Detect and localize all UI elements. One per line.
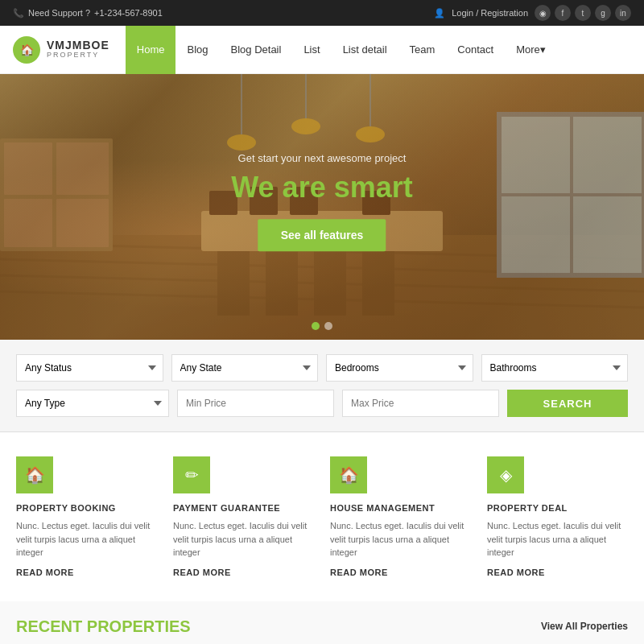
phone-number: +1-234-567-8901 [94, 8, 163, 18]
hero-title-highlight: smart [334, 171, 413, 204]
bathrooms-select[interactable]: Bathrooms [481, 354, 629, 382]
svg-point-26 [291, 118, 320, 134]
bedrooms-select[interactable]: Bedrooms [326, 354, 473, 382]
nav-contact[interactable]: Contact [446, 26, 505, 74]
googleplus-icon[interactable]: g [595, 5, 611, 21]
facebook-icon[interactable]: f [555, 5, 571, 21]
feature-title-2: PAYMENT GUARANTEE [173, 503, 314, 513]
hero-dot-1[interactable] [312, 322, 320, 330]
logo-sub: PROPERTY [47, 52, 109, 60]
status-select[interactable]: Any Status [16, 354, 163, 382]
social-links: ◉ f t g in [535, 5, 631, 21]
rss-icon[interactable]: ◉ [535, 5, 551, 21]
svg-rect-13 [314, 251, 346, 316]
svg-rect-14 [362, 251, 394, 316]
hero-title-plain: We are [231, 171, 333, 204]
logo-text: VMJMBOE PROPERTY [47, 39, 109, 60]
feature-link-3[interactable]: READ MORE [330, 568, 471, 577]
features-section: 🏠 PROPERTY BOOKING Nunc. Lectus eget. Ia… [0, 432, 644, 601]
hero-title: We are smart [231, 171, 412, 204]
linkedin-icon[interactable]: in [615, 5, 631, 21]
svg-point-24 [227, 134, 256, 151]
feature-title-1: PROPERTY BOOKING [16, 503, 157, 513]
search-row-1: Any Status Any State Bedrooms Bathrooms [16, 354, 628, 382]
deal-icon: ◈ [500, 465, 512, 485]
feature-property-deal: ◈ PROPERTY DEAL Nunc. Lectus eget. Iacul… [487, 456, 628, 577]
user-icon: 👤 [434, 8, 445, 19]
state-select[interactable]: Any State [171, 354, 319, 382]
feature-title-4: PROPERTY DEAL [487, 503, 628, 513]
hero-content: Get start your next awesome project We a… [231, 152, 412, 251]
svg-rect-11 [217, 251, 250, 316]
home-icon-1: 🏠 [25, 465, 45, 485]
logo-icon: 🏠 [13, 36, 40, 64]
home-icon-2: 🏠 [339, 465, 359, 485]
topbar: 📞 Need Support ? +1-234-567-8901 👤 Login… [0, 0, 644, 26]
nav-more[interactable]: More▾ [505, 26, 557, 74]
feature-link-2[interactable]: READ MORE [173, 568, 314, 577]
feature-icon-box-3: 🏠 [330, 456, 367, 493]
svg-rect-6 [4, 142, 52, 195]
svg-rect-12 [266, 251, 298, 316]
view-all-link[interactable]: View All Properties [541, 621, 628, 632]
feature-text-2: Nunc. Lectus eget. Iaculis dui velit vel… [173, 519, 314, 559]
feature-icon-box-4: ◈ [487, 456, 524, 493]
svg-point-28 [356, 126, 385, 142]
feature-link-1[interactable]: READ MORE [16, 568, 157, 577]
feature-house-management: 🏠 HOUSE MANAGEMENT Nunc. Lectus eget. Ia… [330, 456, 471, 577]
hero-dot-2[interactable] [324, 322, 332, 330]
feature-text-3: Nunc. Lectus eget. Iaculis dui velit vel… [330, 519, 471, 559]
nav-team[interactable]: Team [398, 26, 447, 74]
topbar-right: 👤 Login / Registration ◉ f t g in [434, 5, 631, 21]
logo-name: VMJMBOE [47, 39, 109, 52]
recent-title: RECENT PROPERTIES [16, 617, 191, 636]
search-section: Any Status Any State Bedrooms Bathrooms … [0, 340, 644, 432]
feature-link-4[interactable]: READ MORE [487, 568, 628, 577]
feature-icon-box-2: ✏ [173, 456, 210, 493]
recent-title-plain: RECENT [16, 617, 87, 635]
feature-title-3: HOUSE MANAGEMENT [330, 503, 471, 513]
recent-header: RECENT PROPERTIES View All Properties [16, 617, 628, 636]
feature-text-1: Nunc. Lectus eget. Iaculis dui velit vel… [16, 519, 157, 559]
feature-icon-box-1: 🏠 [16, 456, 53, 493]
svg-rect-7 [56, 142, 109, 195]
topbar-left: 📞 Need Support ? +1-234-567-8901 [13, 8, 163, 19]
pencil-icon: ✏ [185, 465, 199, 485]
svg-rect-9 [56, 199, 109, 247]
twitter-icon[interactable]: t [575, 5, 591, 21]
recent-properties-section: RECENT PROPERTIES View All Properties [0, 601, 644, 645]
header: 🏠 VMJMBOE PROPERTY Home Blog Blog Detail… [0, 26, 644, 74]
nav-list[interactable]: List [292, 26, 331, 74]
features-grid: 🏠 PROPERTY BOOKING Nunc. Lectus eget. Ia… [16, 456, 628, 577]
recent-title-highlight: PROPERTIES [87, 617, 191, 635]
hero-subtitle: Get start your next awesome project [231, 152, 412, 164]
feature-property-booking: 🏠 PROPERTY BOOKING Nunc. Lectus eget. Ia… [16, 456, 157, 577]
nav-list-detail[interactable]: List detail [332, 26, 398, 74]
hero-section: Get start your next awesome project We a… [0, 74, 644, 340]
type-select[interactable]: Any Type [16, 390, 169, 417]
svg-rect-8 [4, 199, 52, 247]
main-nav: Home Blog Blog Detail List List detail T… [126, 26, 557, 74]
logo: 🏠 VMJMBOE PROPERTY [13, 36, 109, 64]
hero-cta-button[interactable]: See all features [258, 219, 386, 251]
search-button[interactable]: SEARCH [507, 390, 628, 417]
search-row-2: Any Type SEARCH [16, 390, 628, 417]
max-price-input[interactable] [342, 390, 499, 417]
nav-blog-detail[interactable]: Blog Detail [220, 26, 293, 74]
logo-icon-text: 🏠 [20, 43, 34, 56]
nav-home[interactable]: Home [126, 26, 176, 74]
login-label[interactable]: Login / Registration [452, 8, 528, 18]
phone-icon: 📞 [13, 8, 24, 19]
feature-text-4: Nunc. Lectus eget. Iaculis dui velit vel… [487, 519, 628, 559]
min-price-input[interactable] [177, 390, 334, 417]
hero-dots [312, 322, 332, 330]
nav-blog[interactable]: Blog [175, 26, 219, 74]
feature-payment-guarantee: ✏ PAYMENT GUARANTEE Nunc. Lectus eget. I… [173, 456, 314, 577]
support-label: Need Support ? [28, 8, 90, 18]
